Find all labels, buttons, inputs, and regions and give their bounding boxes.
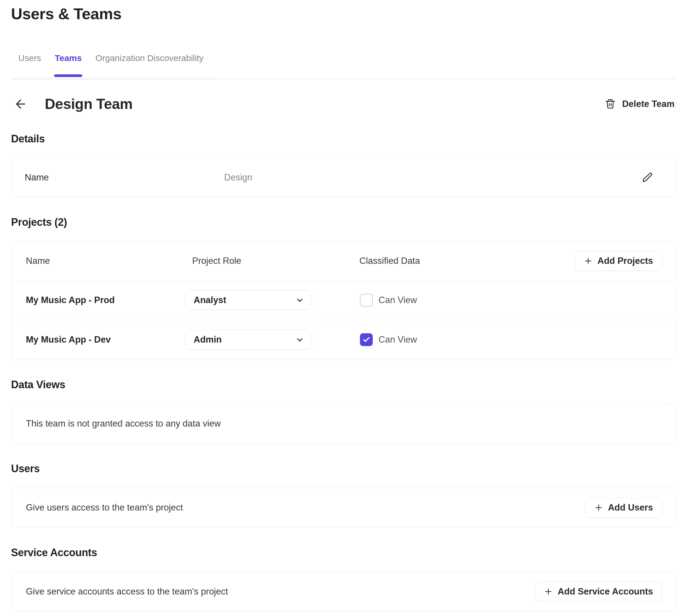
team-header: Design Team Delete Team <box>11 94 675 114</box>
tab-teams[interactable]: Teams <box>55 53 82 79</box>
back-button[interactable] <box>13 97 28 111</box>
trash-icon <box>605 98 616 110</box>
users-card: Give users access to the team's project … <box>11 488 675 527</box>
check-icon <box>362 336 370 344</box>
tab-bar: Users Teams Organization Discoverability <box>11 53 675 79</box>
add-projects-label: Add Projects <box>598 256 653 266</box>
projects-table: Name Project Role Classified Data Add Pr… <box>11 241 675 359</box>
projects-heading: Projects (2) <box>11 216 675 228</box>
can-view-checkbox[interactable] <box>360 294 373 307</box>
project-role-select[interactable]: Admin <box>185 330 312 350</box>
service-accounts-empty-text: Give service accounts access to the team… <box>26 586 228 597</box>
plus-icon <box>544 587 553 596</box>
team-title: Design Team <box>45 95 133 112</box>
projects-table-header-row: Name Project Role Classified Data Add Pr… <box>11 241 675 281</box>
can-view-label: Can View <box>379 295 417 305</box>
users-empty-text: Give users access to the team's project <box>26 502 183 513</box>
project-name: My Music App - Prod <box>26 295 192 305</box>
delete-team-button[interactable]: Delete Team <box>605 98 675 110</box>
column-header-project-role: Project Role <box>192 256 359 266</box>
project-role-value: Analyst <box>194 295 226 305</box>
data-views-empty-text: This team is not granted access to any d… <box>26 418 221 429</box>
project-role-value: Admin <box>194 334 221 345</box>
page-title: Users & Teams <box>11 5 675 23</box>
tab-organization-discoverability[interactable]: Organization Discoverability <box>95 53 204 79</box>
delete-team-label: Delete Team <box>622 99 675 109</box>
chevron-down-icon <box>295 335 304 344</box>
add-users-label: Add Users <box>608 502 653 513</box>
arrow-left-icon <box>14 97 28 111</box>
users-teams-page: Users & Teams Users Teams Organization D… <box>0 5 685 611</box>
service-accounts-heading: Service Accounts <box>11 547 675 559</box>
project-role-select[interactable]: Analyst <box>185 290 312 310</box>
column-header-name: Name <box>26 256 192 266</box>
can-view-label: Can View <box>379 334 417 345</box>
project-name: My Music App - Dev <box>26 334 192 345</box>
add-service-accounts-button[interactable]: Add Service Accounts <box>535 582 662 601</box>
add-projects-button[interactable]: Add Projects <box>575 251 662 271</box>
pencil-icon <box>642 172 653 183</box>
service-accounts-card: Give service accounts access to the team… <box>11 572 675 611</box>
data-views-heading: Data Views <box>11 379 675 391</box>
can-view-checkbox[interactable] <box>360 333 373 346</box>
data-views-card: This team is not granted access to any d… <box>11 403 675 443</box>
details-heading: Details <box>11 133 675 145</box>
project-row-prod: My Music App - Prod Analyst Can View <box>11 281 675 320</box>
column-header-classified-data: Classified Data <box>359 256 575 266</box>
add-users-button[interactable]: Add Users <box>585 498 662 518</box>
chevron-down-icon <box>295 296 304 305</box>
name-value: Design <box>224 172 252 183</box>
plus-icon <box>594 503 603 512</box>
edit-name-button[interactable] <box>641 171 654 184</box>
project-row-dev: My Music App - Dev Admin Can View <box>11 320 675 359</box>
users-heading: Users <box>11 463 675 475</box>
add-service-accounts-label: Add Service Accounts <box>558 586 653 597</box>
plus-icon <box>583 256 593 266</box>
name-label: Name <box>25 172 224 183</box>
details-card: Name Design <box>11 158 675 197</box>
tab-users[interactable]: Users <box>18 53 41 79</box>
